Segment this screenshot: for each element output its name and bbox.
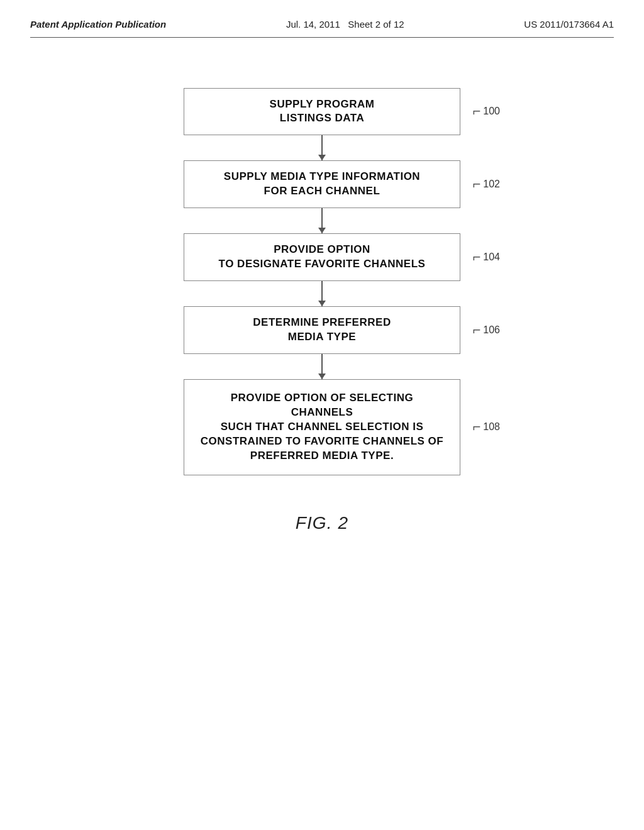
flow-box-104-text: PROVIDE OPTIONTO DESIGNATE FAVORITE CHAN… bbox=[219, 243, 426, 272]
flow-label-106: ⌐ 106 bbox=[472, 323, 500, 337]
flow-box-108: PROVIDE OPTION OF SELECTING CHANNELSSUCH… bbox=[184, 379, 460, 475]
flow-label-108: ⌐ 108 bbox=[472, 420, 500, 434]
flow-row-106: DETERMINE PREFERREDMEDIA TYPE ⌐ 106 bbox=[184, 306, 460, 354]
flow-label-104: ⌐ 104 bbox=[472, 250, 500, 264]
flow-row-100: SUPPLY PROGRAMLISTINGS DATA ⌐ 100 bbox=[184, 88, 460, 136]
header-divider bbox=[30, 37, 614, 38]
flow-box-106-text: DETERMINE PREFERREDMEDIA TYPE bbox=[253, 316, 391, 345]
flow-box-108-text: PROVIDE OPTION OF SELECTING CHANNELSSUCH… bbox=[199, 391, 445, 463]
arrow-3 bbox=[321, 281, 323, 306]
flow-box-100: SUPPLY PROGRAMLISTINGS DATA ⌐ 100 bbox=[184, 88, 460, 136]
page-header: Patent Application Publication Jul. 14, … bbox=[0, 0, 644, 32]
flow-box-100-text: SUPPLY PROGRAMLISTINGS DATA bbox=[270, 97, 375, 126]
flow-label-100: ⌐ 100 bbox=[472, 104, 500, 118]
publication-label: Patent Application Publication bbox=[30, 18, 166, 32]
arrow-4 bbox=[321, 354, 323, 379]
flowchart: SUPPLY PROGRAMLISTINGS DATA ⌐ 100 SUPPLY… bbox=[0, 88, 644, 475]
flow-box-104: PROVIDE OPTIONTO DESIGNATE FAVORITE CHAN… bbox=[184, 233, 460, 281]
flow-row-104: PROVIDE OPTIONTO DESIGNATE FAVORITE CHAN… bbox=[184, 233, 460, 281]
flow-row-102: SUPPLY MEDIA TYPE INFORMATIONFOR EACH CH… bbox=[184, 160, 460, 208]
patent-number-label: US 2011/0173664 A1 bbox=[524, 18, 614, 32]
flow-box-102: SUPPLY MEDIA TYPE INFORMATIONFOR EACH CH… bbox=[184, 160, 460, 208]
flow-box-106: DETERMINE PREFERREDMEDIA TYPE ⌐ 106 bbox=[184, 306, 460, 354]
arrow-2 bbox=[321, 208, 323, 233]
figure-label: FIG. 2 bbox=[0, 513, 644, 533]
date-sheet-label: Jul. 14, 2011 Sheet 2 of 12 bbox=[286, 18, 404, 32]
flow-label-102: ⌐ 102 bbox=[472, 177, 500, 191]
flow-row-108: PROVIDE OPTION OF SELECTING CHANNELSSUCH… bbox=[184, 379, 460, 475]
arrow-1 bbox=[321, 135, 323, 160]
flow-box-102-text: SUPPLY MEDIA TYPE INFORMATIONFOR EACH CH… bbox=[224, 170, 420, 199]
